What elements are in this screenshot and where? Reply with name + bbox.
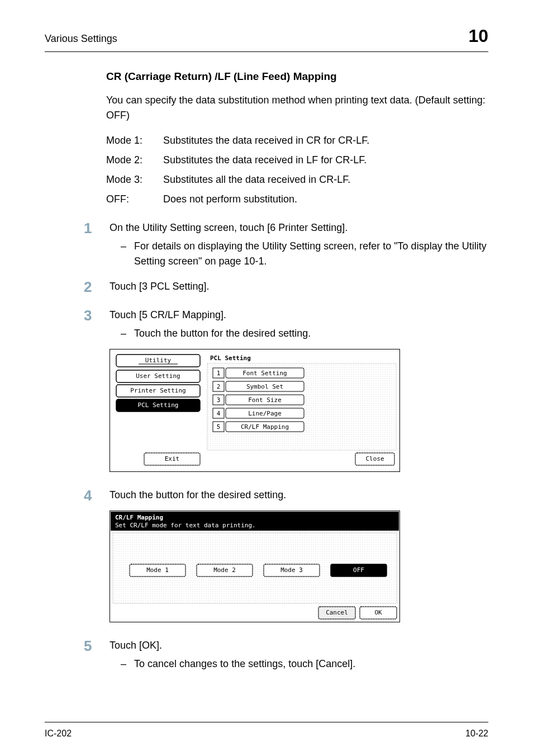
mode-label: OFF:: [106, 192, 149, 207]
ok-button[interactable]: OK: [374, 609, 382, 616]
mode-desc: Does not perform substitution.: [163, 192, 297, 207]
tab-pcl-setting[interactable]: PCL Setting: [138, 401, 179, 409]
cancel-button[interactable]: Cancel: [326, 609, 348, 616]
tab-utility[interactable]: Utility: [145, 357, 172, 364]
step-5: 5 Touch [OK]. – To cancel changes to the…: [84, 638, 488, 672]
step-4: 4 Touch the button for the desired setti…: [84, 488, 488, 628]
mode-desc: Substitutes all the data received in CR-…: [163, 172, 350, 187]
step-number: 2: [84, 279, 96, 295]
menu-font-size[interactable]: Font Size: [248, 396, 282, 404]
svg-text:2: 2: [217, 383, 221, 390]
exit-button[interactable]: Exit: [165, 455, 180, 462]
mode-desc: Substitutes the data received in LF for …: [163, 153, 367, 168]
step-number: 4: [84, 488, 96, 504]
mode-desc: Substitutes the data received in CR for …: [163, 133, 369, 148]
mode-row: Mode 1: Substitutes the data received in…: [106, 133, 488, 148]
dialog-subtitle: Set CR/LF mode for text data printing.: [115, 522, 256, 529]
page-number-chapter: 10: [468, 22, 488, 49]
page-footer: IC-202 10-22: [45, 722, 488, 740]
menu-crlf-mapping[interactable]: CR/LF Mapping: [241, 423, 289, 431]
step-1: 1 On the Utility Setting screen, touch […: [84, 220, 488, 269]
mode-row: Mode 2: Substitutes the data received in…: [106, 153, 488, 168]
menu-font-setting[interactable]: Font Setting: [242, 370, 287, 377]
intro-paragraph: You can specify the data substitution me…: [106, 93, 488, 123]
svg-text:4: 4: [217, 410, 221, 417]
menu-symbol-set[interactable]: Symbol Set: [246, 383, 283, 390]
dialog-title: CR/LF Mapping: [115, 514, 163, 521]
step-text: On the Utility Setting screen, touch [6 …: [110, 220, 488, 235]
crlf-mapping-screenshot: CR/LF Mapping Set CR/LF mode for text da…: [110, 511, 488, 622]
tab-printer-setting[interactable]: Printer Setting: [130, 387, 185, 394]
mode-row: Mode 3: Substitutes all the data receive…: [106, 172, 488, 187]
pcl-setting-screenshot: Utility User Setting Printer Setting PCL…: [110, 349, 488, 472]
svg-text:3: 3: [217, 396, 221, 404]
step-text: Touch [5 CR/LF Mapping].: [110, 308, 488, 323]
step-number: 5: [84, 638, 96, 654]
step-number: 1: [84, 220, 96, 237]
close-button[interactable]: Close: [365, 455, 384, 462]
svg-text:1: 1: [217, 370, 221, 377]
footer-right: 10-22: [465, 727, 488, 740]
step-text: Touch the button for the desired setting…: [110, 488, 488, 503]
step-2: 2 Touch [3 PCL Setting].: [84, 279, 488, 297]
menu-line-page[interactable]: Line/Page: [248, 410, 282, 417]
option-mode-1[interactable]: Mode 1: [146, 566, 169, 574]
option-mode-2[interactable]: Mode 2: [213, 566, 236, 574]
option-mode-3[interactable]: Mode 3: [280, 566, 303, 574]
mode-label: Mode 3:: [106, 172, 149, 187]
step-subtext: To cancel changes to the settings, touch…: [134, 656, 355, 672]
bullet-dash: –: [121, 326, 126, 341]
step-text: Touch [OK].: [110, 638, 488, 653]
bullet-dash: –: [121, 239, 126, 269]
footer-left: IC-202: [45, 727, 72, 740]
header-title: Various Settings: [45, 31, 117, 46]
tab-user-setting[interactable]: User Setting: [136, 372, 180, 380]
step-subtext: For details on displaying the Utility Se…: [134, 239, 488, 269]
step-3: 3 Touch [5 CR/LF Mapping]. – Touch the b…: [84, 308, 488, 478]
page-header: Various Settings 10: [45, 22, 488, 52]
svg-text:5: 5: [217, 423, 221, 431]
panel-title: PCL Setting: [210, 355, 251, 362]
mode-label: Mode 2:: [106, 153, 149, 168]
step-number: 3: [84, 308, 96, 324]
section-heading: CR (Carriage Return) /LF (Line Feed) Map…: [106, 69, 488, 85]
bullet-dash: –: [121, 656, 126, 672]
step-text: Touch [3 PCL Setting].: [110, 279, 488, 294]
mode-row: OFF: Does not perform substitution.: [106, 192, 488, 207]
option-off[interactable]: OFF: [353, 566, 364, 574]
step-subtext: Touch the button for the desired setting…: [134, 326, 311, 341]
mode-label: Mode 1:: [106, 133, 149, 148]
mode-definitions: Mode 1: Substitutes the data received in…: [106, 133, 488, 207]
